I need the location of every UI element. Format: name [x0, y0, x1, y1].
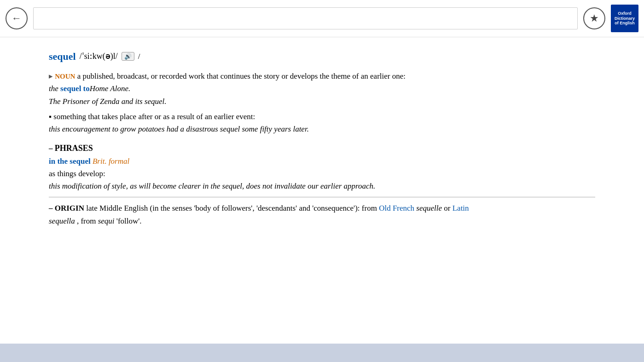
follow-text: 'follow'. — [116, 217, 142, 225]
headword: sequel — [49, 48, 76, 64]
sense2-bullet: ▪ — [49, 112, 52, 121]
latin-link[interactable]: Latin — [453, 204, 469, 213]
back-button[interactable]: ← — [6, 7, 28, 29]
favorite-button[interactable]: ★ — [583, 7, 605, 29]
formal-label: formal — [109, 157, 129, 166]
origin-word2: sequella — [49, 217, 75, 225]
pos-label: NOUN — [55, 73, 75, 80]
sense2-def-text: something that takes place after or as a… — [53, 112, 255, 121]
sense-1: ▸ NOUN a published, broadcast, or record… — [49, 70, 595, 108]
logo-text: OxfordDictionaryof English — [615, 11, 635, 26]
brit-label: Brit. — [93, 157, 107, 166]
origin-or: or — [444, 204, 452, 213]
origin-word1: sequelle — [416, 204, 442, 213]
example1-pre: the — [49, 84, 60, 93]
phrases-section: – PHRASES in the sequel Brit. formal as … — [49, 142, 595, 192]
top-bar: ← ★ OxfordDictionaryof English — [0, 0, 644, 37]
word-header: sequel /ˈsiːkw(ə)l/ 🔊 / — [49, 48, 595, 64]
sequel-to-link[interactable]: sequel to — [60, 84, 90, 93]
origin-dash: – — [49, 204, 55, 213]
phrases-header: PHRASES — [55, 144, 93, 153]
search-input[interactable] — [33, 7, 578, 29]
definition-text: a published, broadcast, or recorded work… — [77, 72, 406, 80]
dictionary-content: sequel /ˈsiːkw(ə)l/ 🔊 / ▸ NOUN a publish… — [0, 37, 644, 246]
example1-post: Home Alone. — [90, 84, 130, 93]
oxford-logo: OxfordDictionaryof English — [611, 5, 638, 32]
phrase-term: in the sequel — [49, 157, 91, 166]
word1-italic: sequelle — [416, 204, 442, 213]
sense2-example: this encouragement to grow potatoes had … — [49, 125, 309, 133]
origin-text: late Middle English (in the senses 'body… — [86, 204, 379, 213]
phrase-definition: as things develop: — [49, 169, 105, 178]
audio-button[interactable]: 🔊 — [122, 52, 134, 61]
origin-section: – ORIGIN late Middle English (in the sen… — [49, 197, 595, 227]
sequi-italic: sequi — [98, 217, 115, 225]
old-french-link[interactable]: Old French — [379, 204, 414, 213]
sense-2: ▪ something that takes place after or as… — [49, 110, 595, 135]
slash: / — [138, 50, 140, 63]
phrases-dash: – — [49, 144, 55, 153]
phrase-example: this modification of style, as will beco… — [49, 182, 375, 190]
example2: The Prisoner of Zenda and its sequel. — [49, 97, 166, 106]
pronunciation: /ˈsiːkw(ə)l/ — [80, 50, 118, 63]
origin-label: ORIGIN — [55, 204, 84, 213]
bottom-bar — [0, 344, 644, 362]
origin-from: , from — [77, 217, 98, 225]
sense-arrow: ▸ — [49, 72, 53, 80]
